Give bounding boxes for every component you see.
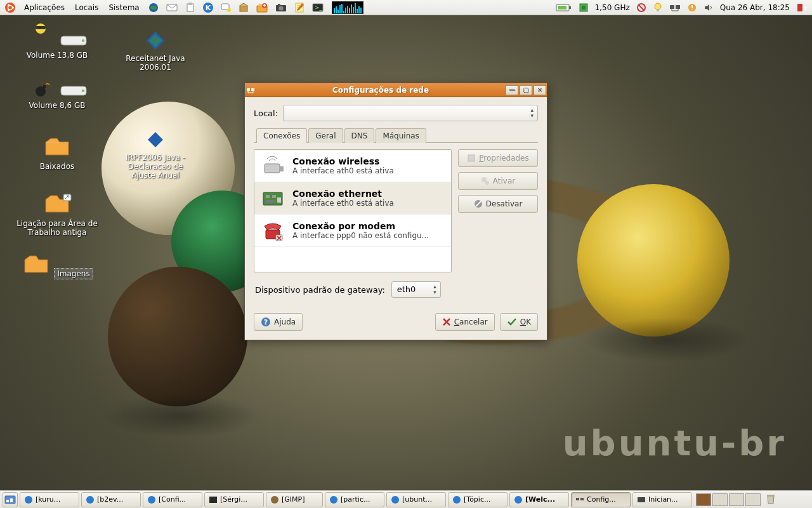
svg-point-74 <box>330 496 337 504</box>
deactivate-button[interactable]: Desativar <box>458 195 538 213</box>
modem-phone-icon <box>261 220 286 241</box>
mail-icon[interactable] <box>164 1 180 15</box>
notes-icon[interactable] <box>292 1 307 15</box>
desktop-icon-receitanet[interactable]: Receitanet Java 2006.01 <box>117 25 193 72</box>
task-sergi[interactable]: [Sérgi... <box>204 492 264 507</box>
tab-hosts[interactable]: Máquinas <box>376 128 426 143</box>
folder-icon <box>21 251 51 276</box>
ok-icon <box>507 318 517 326</box>
globe-icon <box>329 495 338 504</box>
svg-text:>_: >_ <box>315 4 323 11</box>
connection-title: Conexão wireless <box>292 156 394 166</box>
svg-rect-36 <box>36 26 46 29</box>
workspace-4[interactable] <box>745 493 761 506</box>
desktop-icon-label: Receitanet Java 2006.01 <box>117 54 193 72</box>
task-topic[interactable]: [Tópic... <box>448 492 508 507</box>
globe-icon <box>391 495 400 504</box>
workspace-1[interactable] <box>696 493 711 506</box>
connection-title: Conexão por modem <box>292 221 429 231</box>
stop-icon <box>474 199 483 208</box>
trash-icon[interactable] <box>765 492 776 507</box>
camera-icon[interactable] <box>273 1 289 15</box>
workspace-2[interactable] <box>712 493 728 506</box>
task-gimp[interactable]: [GIMP] <box>266 492 323 507</box>
folder-link-icon <box>42 190 72 216</box>
globe-icon <box>86 495 95 504</box>
menu-places[interactable]: Locais <box>71 2 102 13</box>
task-confi[interactable]: [Confi... <box>143 492 202 507</box>
clock[interactable]: Qua 26 Abr, 18:25 <box>718 1 792 15</box>
connection-ethernet[interactable]: Conexão ethernet A interface eth0 está a… <box>254 182 451 215</box>
properties-button[interactable]: Propriedades Propriedades <box>458 149 538 167</box>
dialog-titlebar[interactable]: Configurações de rede — ▢ ✕ <box>245 83 547 97</box>
svg-rect-45 <box>251 88 254 91</box>
help-label: Ajuda <box>274 318 296 326</box>
connection-modem[interactable]: Conexão por modem A interface ppp0 não e… <box>254 215 451 247</box>
minimize-button[interactable]: — <box>506 85 518 95</box>
chat-icon[interactable] <box>218 1 233 15</box>
task-kuru[interactable]: [kuru... <box>20 492 79 507</box>
tab-dns[interactable]: DNS <box>344 128 375 143</box>
gateway-value: eth0 <box>397 284 416 294</box>
clipboard-icon[interactable] <box>183 1 198 15</box>
updates-icon[interactable] <box>685 1 699 15</box>
close-button[interactable]: ✕ <box>534 85 546 95</box>
globe-icon <box>24 495 33 504</box>
battery-icon[interactable] <box>554 1 574 15</box>
ok-button[interactable]: OK OK <box>500 313 538 331</box>
desktop-icon-irpf[interactable]: IRPF2006 Java - Declaracao de Ajuste Anu… <box>117 127 193 180</box>
workspace-3[interactable] <box>729 493 744 506</box>
svg-rect-26 <box>582 6 586 10</box>
connection-wireless[interactable]: Conexão wireless A interface ath0 está a… <box>254 150 451 182</box>
svg-rect-78 <box>576 498 579 500</box>
desktop-icon-link[interactable]: Ligação para Área de Trabalho antiga <box>10 190 105 237</box>
cpu-monitor[interactable] <box>329 1 367 15</box>
folder-up-icon[interactable] <box>254 1 270 15</box>
desktop-icon-label: Ligação para Área de Trabalho antiga <box>10 219 105 237</box>
activate-button[interactable]: Ativar <box>458 172 538 190</box>
desktop-icon-volume2[interactable]: Volume 8,6 GB <box>19 83 95 110</box>
menu-system[interactable]: Sistema <box>105 2 143 13</box>
task-label: [Confi... <box>159 495 186 504</box>
cancel-button[interactable]: Cancelar Cancelar <box>435 313 495 331</box>
logout-icon[interactable] <box>794 1 809 15</box>
task-config[interactable]: Config... <box>571 492 631 507</box>
desktop-icon-baixados[interactable]: Baixados <box>19 133 95 171</box>
svg-point-77 <box>514 496 522 504</box>
volume-icon[interactable] <box>702 1 716 15</box>
task-welc[interactable]: [Welc... <box>509 492 569 507</box>
desktop-icon-imagens[interactable]: Imagens <box>19 251 95 279</box>
ubuntu-logo-icon[interactable] <box>3 1 18 15</box>
tab-general[interactable]: Geral <box>308 128 343 143</box>
dialog-icon <box>245 86 256 95</box>
task-partic[interactable]: [partic... <box>325 492 384 507</box>
show-desktop-button[interactable] <box>3 492 18 507</box>
menu-applications[interactable]: Aplicações <box>20 2 69 13</box>
globe-icon[interactable] <box>146 1 161 15</box>
svg-rect-8 <box>188 3 192 5</box>
local-combo[interactable]: ▴▾ <box>283 105 538 121</box>
task-inician[interactable]: Inician... <box>632 492 692 507</box>
folder-icon <box>42 133 72 159</box>
disconnect-icon[interactable] <box>634 1 648 15</box>
terminal-icon <box>209 495 218 504</box>
tab-connections[interactable]: Conexões <box>256 128 307 143</box>
desktop-icon-label: Volume 8,6 GB <box>19 101 95 110</box>
package-icon[interactable] <box>236 1 251 15</box>
network-monitor-icon[interactable] <box>667 1 683 15</box>
help-bulb-icon[interactable] <box>651 1 665 15</box>
top-panel: Aplicações Locais Sistema K >_ 1,50 GHz … <box>0 0 812 15</box>
maximize-button[interactable]: ▢ <box>520 85 532 95</box>
cpu-freq-icon[interactable] <box>577 1 591 15</box>
gateway-combo[interactable]: eth0 ▴▾ <box>391 281 441 298</box>
ethernet-card-icon <box>261 187 286 209</box>
kde-gear-icon[interactable]: K <box>200 1 216 15</box>
help-button[interactable]: ? Ajuda <box>254 313 303 331</box>
svg-rect-67 <box>6 500 9 502</box>
terminal-icon[interactable]: >_ <box>310 1 326 15</box>
task-b2ev[interactable]: [b2ev... <box>81 492 141 507</box>
globe-icon <box>452 495 461 504</box>
svg-point-38 <box>82 39 84 42</box>
desktop-icon-volume1[interactable]: Volume 13,8 GB <box>19 22 95 60</box>
task-ubunt[interactable]: [ubunt... <box>386 492 446 507</box>
